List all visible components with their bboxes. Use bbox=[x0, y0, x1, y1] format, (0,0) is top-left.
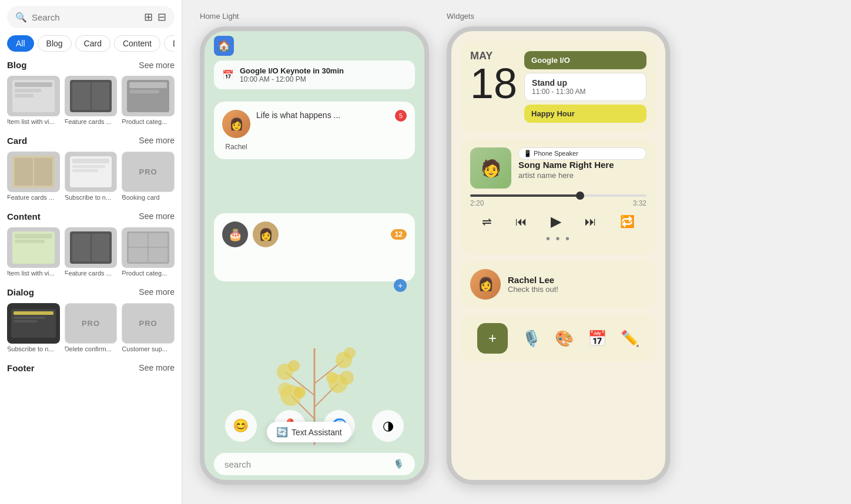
dialog-thumb-2: PRO bbox=[65, 303, 118, 344]
list-item[interactable]: Product categ... bbox=[122, 76, 175, 125]
filter-all[interactable]: All bbox=[7, 35, 34, 52]
content-thumb-1 bbox=[7, 227, 60, 268]
widget-phone-mockup: MAY 18 Google I/O Stand up 11:00 - 11:30… bbox=[447, 26, 670, 485]
chat-card[interactable]: 👩 Rachel Life is what happens ... 5 bbox=[214, 102, 415, 159]
content-thumb-3 bbox=[122, 227, 175, 268]
msg-widget-content: Rachel Lee Check this out! bbox=[508, 275, 558, 294]
cal-day: 18 bbox=[470, 62, 517, 105]
standup-time: 11:00 - 11:30 AM bbox=[532, 88, 639, 96]
standup-title: Stand up bbox=[532, 78, 639, 88]
phone-speaker-badge: 📱 Phone Speaker bbox=[518, 147, 646, 160]
footer-see-more[interactable]: See more bbox=[139, 363, 175, 372]
calendar-events: Google I/O Stand up 11:00 - 11:30 AM Hap… bbox=[524, 51, 646, 123]
search-bar[interactable]: 🔍 ⊞ ⊟ bbox=[7, 6, 175, 28]
prev-button[interactable]: ⏮ bbox=[515, 215, 527, 229]
blog-item-label-3: Product categ... bbox=[122, 118, 175, 125]
msg-badge: 12 bbox=[391, 229, 407, 240]
plus-button[interactable]: + bbox=[394, 279, 407, 292]
pro-badge: PRO bbox=[139, 167, 158, 176]
time-elapsed: 2:20 bbox=[470, 199, 484, 207]
phone-search-bar[interactable]: search 🎙️ bbox=[214, 453, 415, 475]
message-widget[interactable]: 👩 Rachel Lee Check this out! bbox=[461, 261, 656, 308]
search-input[interactable] bbox=[32, 12, 139, 22]
svg-point-10 bbox=[326, 372, 338, 384]
next-button[interactable]: ⏭ bbox=[585, 215, 597, 229]
blog-see-more[interactable]: See more bbox=[139, 61, 175, 70]
content-title: Content bbox=[7, 211, 41, 221]
msg-widget-preview: Check this out! bbox=[508, 285, 558, 294]
sidebar: 🔍 ⊞ ⊟ All Blog Card Content Dialo Blog S… bbox=[0, 0, 182, 504]
chat-text: Life is what happens ... bbox=[256, 110, 389, 122]
dialog-item-label-3: Customer sup... bbox=[122, 345, 175, 352]
filter-dialog[interactable]: Dialo bbox=[164, 35, 175, 52]
time-total: 3:32 bbox=[633, 199, 646, 207]
card-item-label-1: Feature cards ... bbox=[7, 194, 60, 201]
list-item[interactable]: Feature cards ... bbox=[7, 152, 60, 201]
music-artist: artist name here bbox=[518, 171, 646, 180]
list-item[interactable]: Feature cards ... bbox=[65, 76, 118, 125]
msg-widget-avatar: 👩 bbox=[470, 269, 501, 300]
pencil-toolbar-icon[interactable]: ✏️ bbox=[621, 330, 639, 348]
list-item[interactable]: PRO Booking card bbox=[122, 152, 175, 201]
filter-content[interactable]: Content bbox=[114, 35, 160, 52]
calendar-toolbar-icon[interactable]: 📅 bbox=[588, 330, 607, 348]
list-item[interactable]: Product categ... bbox=[122, 227, 175, 277]
search-icon: 🔍 bbox=[15, 12, 27, 23]
contrast-button[interactable]: ◑ bbox=[372, 410, 404, 442]
card-see-more[interactable]: See more bbox=[139, 136, 175, 145]
cal-event-google-io: Google I/O bbox=[524, 51, 646, 69]
filter-tabs: All Blog Card Content Dialo bbox=[7, 35, 175, 52]
dialog-thumb-3: PRO bbox=[122, 303, 175, 344]
add-widget-button[interactable]: + bbox=[477, 323, 508, 354]
card-grid: Feature cards ... Subscribe to n... PRO … bbox=[7, 152, 175, 201]
play-button[interactable]: ▶ bbox=[551, 213, 561, 230]
card-thumb-2 bbox=[65, 152, 118, 192]
list-item[interactable]: Feature cards ... bbox=[65, 227, 118, 277]
blog-item-label-2: Feature cards ... bbox=[65, 118, 118, 125]
music-info: 📱 Phone Speaker Song Name Right Here art… bbox=[518, 147, 646, 180]
cal-event-happy-hour: Happy Hour bbox=[524, 105, 646, 123]
dialog-see-more[interactable]: See more bbox=[139, 287, 175, 297]
list-item[interactable]: Item list with vi... bbox=[7, 76, 60, 125]
list-view-button[interactable]: ⊟ bbox=[158, 11, 166, 23]
svg-point-14 bbox=[344, 347, 356, 359]
filter-card[interactable]: Card bbox=[75, 35, 110, 52]
list-item[interactable]: PRO Customer sup... bbox=[122, 303, 175, 352]
card-item-label-3: Booking card bbox=[122, 194, 175, 201]
grid-view-button[interactable]: ⊞ bbox=[144, 11, 153, 23]
notification-bar[interactable]: 📅 Google I/O Keynote in 30min 10:00 AM -… bbox=[214, 61, 415, 89]
blog-section-header: Blog See more bbox=[7, 60, 175, 70]
content-item-label-1: Item list with vi... bbox=[7, 270, 60, 277]
blog-thumb-3 bbox=[122, 76, 175, 116]
footer-section-header: Footer See more bbox=[7, 363, 175, 373]
list-item[interactable]: Subscribe to n... bbox=[7, 303, 60, 352]
pro-badge-3: PRO bbox=[139, 319, 158, 328]
chat-avatar: 👩 bbox=[222, 110, 250, 138]
list-item[interactable]: Item list with vi... bbox=[7, 227, 60, 277]
chat-badge: 5 bbox=[395, 110, 407, 122]
music-progress-bar[interactable] bbox=[470, 194, 646, 197]
calendar-widget[interactable]: MAY 18 Google I/O Stand up 11:00 - 11:30… bbox=[461, 41, 656, 132]
blog-thumb-1 bbox=[7, 76, 60, 116]
emoji-button[interactable]: 😊 bbox=[225, 410, 257, 442]
paint-toolbar-icon[interactable]: 🎨 bbox=[555, 330, 574, 348]
dialog-grid: Subscribe to n... PRO Delete confirm... … bbox=[7, 303, 175, 352]
home-icon: 🏠 bbox=[214, 36, 234, 56]
shuffle-button[interactable]: ⇌ bbox=[482, 214, 492, 229]
list-item[interactable]: PRO Delete confirm... bbox=[65, 303, 118, 352]
mic-toolbar-icon[interactable]: 🎙️ bbox=[522, 330, 541, 348]
filter-blog[interactable]: Blog bbox=[38, 35, 72, 52]
music-widget[interactable]: 🧑 📱 Phone Speaker Song Name Right Here a… bbox=[461, 139, 656, 254]
msg-avatars-row: 🎂 👩 12 bbox=[222, 221, 407, 247]
dialog-item-label-1: Subscribe to n... bbox=[7, 345, 60, 352]
content-see-more[interactable]: See more bbox=[139, 211, 175, 221]
assistant-icon: 🔄 bbox=[276, 426, 288, 438]
svg-point-6 bbox=[278, 382, 292, 397]
repeat-button[interactable]: 🔁 bbox=[620, 214, 635, 229]
content-grid: Item list with vi... Feature cards ... bbox=[7, 227, 175, 277]
search-placeholder: search bbox=[225, 459, 251, 469]
list-item[interactable]: Subscribe to n... bbox=[65, 152, 118, 201]
text-assistant-popup[interactable]: 🔄 Text Assistant bbox=[267, 422, 351, 442]
messages-card[interactable]: 🎂 👩 12 🔄 Text Assistant Totally agree. L… bbox=[214, 213, 415, 281]
blog-grid: Item list with vi... Feature cards ... P… bbox=[7, 76, 175, 125]
